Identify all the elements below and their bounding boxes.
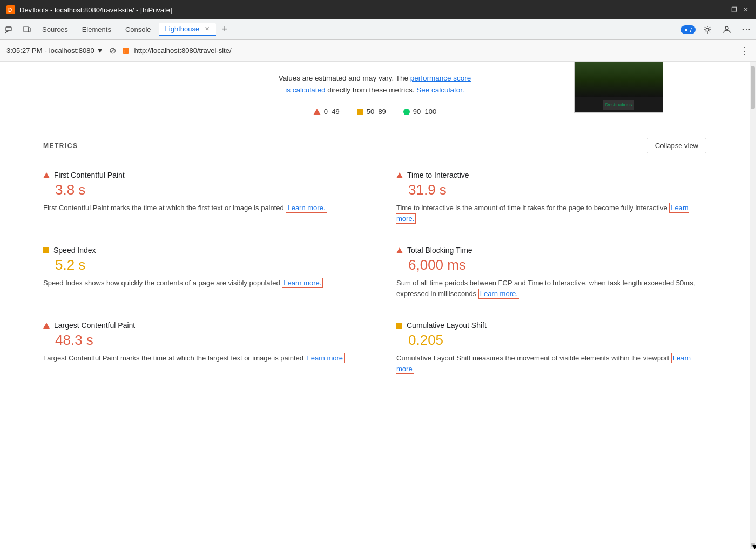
red-triangle-icon (313, 109, 321, 115)
notifications-icon: ● (684, 26, 688, 33)
si-learn-more[interactable]: Learn more. (282, 278, 323, 288)
tab-sources[interactable]: Sources (36, 23, 75, 36)
svg-rect-2 (6, 27, 11, 31)
tab-bar: Sources Elements Console Lighthouse ✕ + … (0, 19, 756, 40)
title-bar-left: D DevTools - localhost:8080/travel-site/… (6, 5, 172, 14)
devtools-icon: D (6, 5, 15, 14)
device-icon[interactable] (19, 22, 35, 37)
more-options-icon[interactable]: ⋮ (740, 45, 750, 57)
svg-point-6 (706, 28, 709, 31)
scrollbar-bottom-arrow[interactable]: ▼ (751, 543, 755, 547)
top-info: Values are estimated and may vary. The p… (43, 62, 706, 101)
screenshot-thumbnail: Destinations Our best destination guides… (574, 62, 663, 113)
tab-sources-label: Sources (42, 25, 68, 34)
user-icon[interactable] (719, 22, 734, 37)
legend-orange: 50–89 (357, 108, 386, 116)
more-icon[interactable]: ⋯ (739, 22, 754, 37)
stop-icon[interactable]: ⊘ (109, 45, 116, 56)
lcp-learn-more[interactable]: Learn more (306, 353, 345, 363)
orange-square-icon (357, 109, 363, 115)
svg-point-7 (725, 26, 728, 30)
time-text: 3:05:27 PM (6, 46, 43, 55)
tab-lighthouse[interactable]: Lighthouse ✕ (159, 23, 217, 36)
notifications-count: 7 (689, 26, 692, 33)
cls-value: 0.205 (408, 332, 706, 349)
tti-status-icon (396, 172, 403, 178)
lcp-desc: Largest Contentful Paint marks the time … (43, 353, 353, 364)
red-range: 0–49 (324, 108, 340, 116)
cast-icon[interactable] (2, 22, 17, 37)
metric-cls-header: Cumulative Layout Shift (396, 321, 706, 330)
tab-bar-right: ● 7 ⋯ (681, 22, 754, 37)
tbt-status-icon (396, 247, 403, 253)
url-text: http://localhost:8080/travel-site/ (134, 46, 232, 55)
lcp-status-icon (43, 323, 50, 329)
title-bar-text: DevTools - localhost:8080/travel-site/ -… (19, 6, 172, 14)
cls-status-icon (396, 323, 402, 329)
orange-range: 50–89 (367, 108, 386, 116)
fcp-desc: First Contentful Paint marks the time at… (43, 203, 353, 213)
cls-desc: Cumulative Layout Shift measures the mov… (396, 353, 706, 374)
cls-desc-text: Cumulative Layout Shift measures the mov… (396, 354, 669, 362)
scrollbar[interactable]: ▼ (750, 62, 756, 549)
svg-rect-5 (28, 28, 30, 32)
collapse-view-button[interactable]: Collapse view (647, 138, 706, 153)
lcp-desc-text: Largest Contentful Paint marks the time … (43, 354, 303, 362)
metric-tbt: Total Blocking Time 6,000 ms Sum of all … (375, 237, 706, 312)
maximize-button[interactable]: ❐ (730, 6, 738, 14)
fcp-desc-text: First Contentful Paint marks the time at… (43, 204, 284, 212)
separator: - (45, 46, 47, 55)
si-desc-text: Speed Index shows how quickly the conten… (43, 279, 280, 287)
info-text-2: directly from these metrics. (327, 86, 416, 94)
tti-value: 31.9 s (408, 182, 706, 198)
lcp-value: 48.3 s (55, 332, 353, 349)
metrics-section-label: METRICS (43, 142, 78, 150)
svg-rect-4 (24, 26, 28, 32)
metric-lcp: Largest Contentful Paint 48.3 s Largest … (43, 312, 375, 387)
minimize-button[interactable]: — (718, 6, 726, 14)
metric-fcp: First Contentful Paint 3.8 s First Conte… (43, 162, 375, 237)
notifications-badge[interactable]: ● 7 (681, 25, 696, 34)
timestamp: 3:05:27 PM - localhost:8080 ▼ (6, 46, 104, 55)
add-tab-button[interactable]: + (217, 22, 232, 37)
security-icon: ! (122, 46, 130, 55)
screenshot-image (575, 62, 663, 97)
tbt-name: Total Blocking Time (407, 246, 473, 255)
si-status-icon (43, 247, 49, 253)
fcp-status-icon (43, 172, 50, 178)
screenshot-label: Destinations (603, 100, 634, 110)
tbt-desc-text: Sum of all time periods between FCP and … (396, 279, 695, 298)
svg-rect-8 (123, 48, 129, 54)
fcp-learn-more[interactable]: Learn more. (286, 203, 327, 213)
settings-icon[interactable] (700, 22, 715, 37)
is-calculated-link[interactable]: is calculated (285, 86, 325, 94)
url-bar[interactable]: ! http://localhost:8080/travel-site/ (122, 46, 734, 55)
si-name: Speed Index (53, 246, 96, 255)
tab-elements[interactable]: Elements (76, 23, 118, 36)
close-button[interactable]: ✕ (742, 6, 750, 14)
metrics-header: METRICS Collapse view (43, 128, 706, 162)
performance-score-link[interactable]: performance score (410, 74, 471, 82)
tti-name: Time to Interactive (407, 171, 469, 179)
tab-close-icon[interactable]: ✕ (205, 25, 210, 32)
tbt-value: 6,000 ms (408, 257, 706, 273)
tbt-desc: Sum of all time periods between FCP and … (396, 278, 706, 299)
metric-si-header: Speed Index (43, 246, 353, 255)
address-bar: 3:05:27 PM - localhost:8080 ▼ ⊘ ! http:/… (0, 40, 756, 62)
fcp-name: First Contentful Paint (54, 171, 125, 179)
si-desc: Speed Index shows how quickly the conten… (43, 278, 353, 289)
cls-name: Cumulative Layout Shift (407, 321, 487, 330)
tab-console[interactable]: Console (119, 23, 158, 36)
metrics-grid: First Contentful Paint 3.8 s First Conte… (43, 162, 706, 387)
title-bar: D DevTools - localhost:8080/travel-site/… (0, 0, 756, 19)
see-calculator-link[interactable]: See calculator. (416, 86, 464, 94)
legend-green: 90–100 (403, 108, 436, 116)
svg-text:!: ! (124, 49, 126, 54)
metric-tbt-header: Total Blocking Time (396, 246, 706, 255)
metric-lcp-header: Largest Contentful Paint (43, 321, 353, 330)
content-area: Values are estimated and may vary. The p… (0, 62, 756, 549)
scrollbar-thumb[interactable] (751, 66, 755, 109)
dropdown-icon[interactable]: ▼ (97, 46, 104, 55)
host-text: localhost:8080 (49, 46, 94, 55)
tbt-learn-more[interactable]: Learn more. (478, 289, 519, 299)
